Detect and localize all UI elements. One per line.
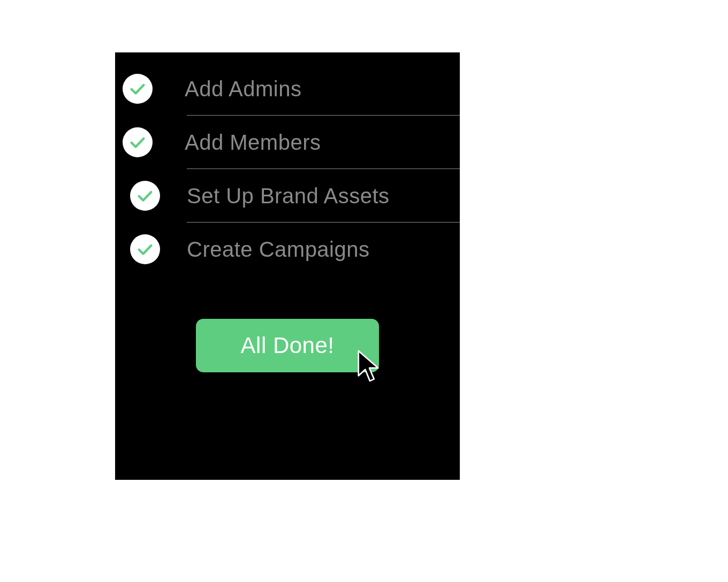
check-icon (130, 234, 160, 264)
check-icon (130, 181, 160, 211)
action-area: All Done! (115, 319, 460, 372)
checklist-item-brand-assets[interactable]: Set Up Brand Assets (115, 169, 460, 223)
check-icon (123, 127, 153, 157)
checklist-item-create-campaigns[interactable]: Create Campaigns (115, 223, 460, 276)
onboarding-panel: Add Admins Add Members Set Up Brand Asse… (115, 52, 460, 480)
all-done-button[interactable]: All Done! (196, 319, 380, 372)
checklist-item-label: Add Admins (185, 77, 301, 101)
checklist-item-label: Create Campaigns (187, 238, 370, 262)
checklist-item-add-admins[interactable]: Add Admins (115, 62, 460, 116)
checklist-item-add-members[interactable]: Add Members (115, 116, 460, 169)
checklist-item-label: Add Members (185, 131, 321, 155)
onboarding-checklist: Add Admins Add Members Set Up Brand Asse… (115, 62, 460, 276)
check-icon (123, 74, 153, 104)
checklist-item-label: Set Up Brand Assets (187, 184, 390, 208)
all-done-label: All Done! (241, 333, 335, 358)
